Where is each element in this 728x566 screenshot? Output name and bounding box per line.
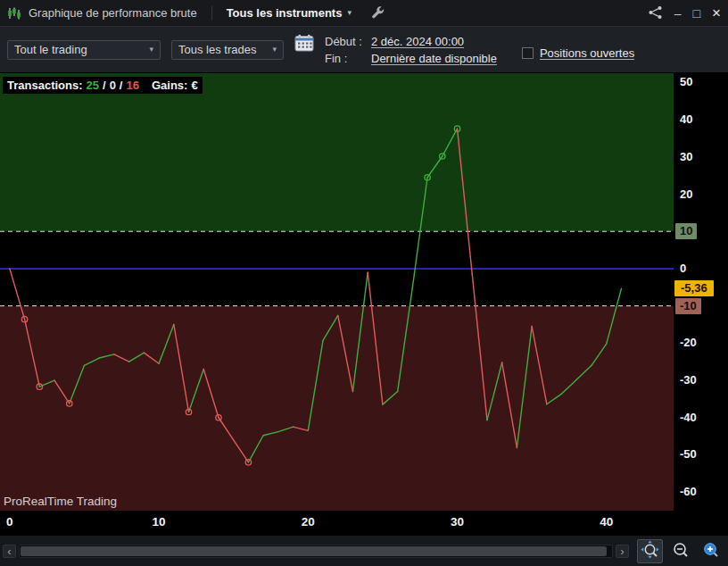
- window-controls: – □ ×: [648, 5, 721, 21]
- current-value-badge: -5,36: [674, 280, 714, 296]
- y-axis-label: -20: [675, 335, 701, 351]
- instruments-dropdown-value: Tous les instruments: [227, 6, 343, 20]
- zoom-in-icon: [700, 540, 722, 562]
- share-icon: [648, 5, 663, 20]
- close-button[interactable]: ×: [712, 5, 721, 21]
- performance-window: Graphique de performance brute Tous les …: [0, 0, 728, 566]
- y-axis-label: 20: [675, 187, 697, 203]
- start-date-value[interactable]: 2 déc. 2024 00:00: [371, 35, 464, 48]
- y-axis-label: 30: [675, 149, 697, 165]
- chart-area: 50403020100-10-20-30-40-50-60-5,36 Trans…: [0, 73, 728, 511]
- y-axis-label: 50: [675, 74, 697, 90]
- profit-zone: [0, 73, 674, 231]
- trading-scope-select[interactable]: Tout le trading ▾: [7, 40, 161, 60]
- chart-toolbar: Tout le trading ▾ Tous les trades ▾: [0, 27, 728, 73]
- trading-scope-value: Tout le trading: [14, 43, 87, 56]
- scroll-left-button[interactable]: ‹: [3, 545, 16, 558]
- instruments-dropdown[interactable]: Tous les instruments ▾: [227, 6, 352, 20]
- open-positions-label[interactable]: Positions ouvertes: [540, 46, 634, 60]
- minimize-button[interactable]: –: [674, 7, 682, 20]
- y-axis-label: -10: [675, 298, 701, 314]
- trades-filter-select[interactable]: Tous les trades ▾: [171, 40, 284, 60]
- wins-count: 25: [87, 79, 99, 92]
- end-date-label: Fin :: [325, 52, 366, 65]
- start-date-row: Début : 2 déc. 2024 00:00: [325, 35, 497, 48]
- pan-zoom-icon: [640, 540, 661, 562]
- chevron-down-icon: ▾: [149, 46, 153, 54]
- chevron-down-icon: ▾: [347, 9, 352, 17]
- calendar-button[interactable]: [294, 34, 314, 52]
- separator: /: [120, 79, 123, 92]
- window-title: Graphique de performance brute: [29, 6, 197, 20]
- y-axis-label: 40: [675, 112, 697, 128]
- scroll-right-button[interactable]: ›: [616, 545, 629, 558]
- gains-label: Gains:: [152, 79, 187, 92]
- zoom-out-button[interactable]: [667, 539, 693, 563]
- y-axis-label: -50: [675, 446, 701, 462]
- horizontal-scrollbar[interactable]: [19, 545, 613, 558]
- even-count: 0: [110, 79, 116, 92]
- calendar-icon: [294, 34, 314, 52]
- bottom-scroll-row: ‹ ›: [0, 536, 728, 566]
- start-date-label: Début :: [325, 35, 366, 48]
- gains-value: €: [191, 79, 197, 92]
- performance-chart[interactable]: [0, 73, 674, 511]
- loss-zone: [0, 306, 674, 511]
- zoom-in-button[interactable]: [698, 539, 724, 563]
- stats-overlay: Transactions: 25 / 0 / 16 Gains: €: [3, 77, 203, 94]
- divider: [211, 6, 212, 21]
- zoom-out-icon: [670, 540, 691, 562]
- end-date-row: Fin : Dernière date disponible: [325, 52, 497, 65]
- watermark: ProRealTime Trading: [4, 495, 117, 508]
- losses-count: 16: [126, 79, 138, 92]
- transactions-label: Transactions:: [7, 79, 83, 92]
- open-positions-toggle: Positions ouvertes: [522, 46, 634, 60]
- x-axis-label: 20: [302, 515, 315, 529]
- x-axis-label: 10: [153, 515, 166, 529]
- date-range-block: Début : 2 déc. 2024 00:00 Fin : Dernière…: [325, 35, 497, 65]
- pan-zoom-tool-button[interactable]: [637, 539, 663, 563]
- x-axis-label: 30: [451, 515, 464, 529]
- y-axis-label: -30: [675, 372, 701, 388]
- y-axis-label: -40: [675, 410, 701, 426]
- wrench-settings-button[interactable]: [371, 6, 385, 21]
- x-axis-label: 40: [600, 515, 613, 529]
- share-button[interactable]: [648, 5, 663, 21]
- zoom-controls: [637, 539, 724, 563]
- wrench-icon: [371, 6, 385, 21]
- y-axis: 50403020100-10-20-30-40-50-60-5,36: [674, 73, 728, 511]
- maximize-button[interactable]: □: [693, 7, 700, 20]
- y-axis-label: 0: [675, 261, 691, 277]
- open-positions-checkbox[interactable]: [522, 47, 534, 59]
- separator: /: [103, 79, 106, 92]
- title-bar: Graphique de performance brute Tous les …: [0, 0, 728, 27]
- candlestick-chart-icon: [7, 7, 21, 20]
- end-date-value[interactable]: Dernière date disponible: [371, 52, 497, 65]
- zones-group: [0, 73, 674, 511]
- chevron-down-icon: ▾: [272, 46, 277, 54]
- scrollbar-thumb[interactable]: [21, 546, 607, 556]
- trades-filter-value: Tous les trades: [178, 43, 256, 56]
- y-axis-label: -60: [675, 484, 701, 500]
- x-axis: 010203040: [0, 511, 728, 536]
- x-axis-label: 0: [6, 515, 13, 529]
- y-axis-label: 10: [675, 223, 697, 239]
